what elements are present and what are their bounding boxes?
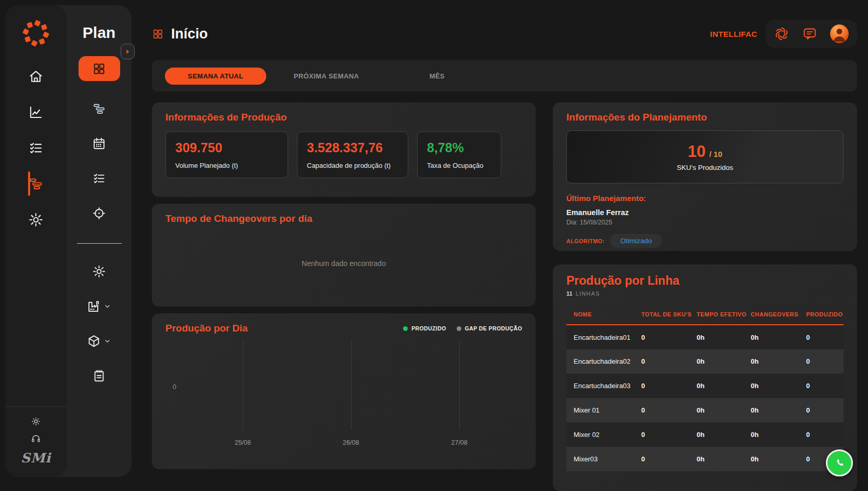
home-icon: [28, 69, 44, 84]
algorithm-badge[interactable]: Otimizado: [610, 234, 663, 248]
chat-feedback-icon[interactable]: [802, 26, 818, 42]
table-row[interactable]: Mixer 0100h0h0: [566, 398, 844, 422]
stat-card: 3.528.337,76Capacidade de produção (t): [297, 131, 408, 178]
left-column: Informações de Produção 309.750Volume Pl…: [152, 102, 536, 491]
cog-icon: [28, 212, 44, 228]
tab-slot: SEMANA ATUAL: [160, 68, 271, 85]
stat-label: Capacidade de produção (t): [307, 162, 398, 169]
openai-assistant-icon[interactable]: [774, 26, 789, 42]
tab-m-s[interactable]: MÊS: [419, 68, 455, 85]
production-line-title: Produção por Linha: [566, 274, 844, 288]
stat-value: 8,78%: [427, 140, 491, 155]
plan-item-factory[interactable]: [87, 299, 111, 313]
column-header[interactable]: CHANGEOVERS: [750, 306, 806, 325]
plan-item-package[interactable]: [87, 334, 111, 348]
rail-item-cog[interactable]: [28, 202, 44, 237]
page-title: Início: [171, 26, 208, 42]
plan-item-notepad[interactable]: [92, 369, 106, 383]
changeovers-title: Tempo de Changeovers por dia: [165, 213, 522, 224]
table-cell: Mixer 02: [566, 422, 641, 447]
plan-item-gantt[interactable]: [92, 102, 106, 116]
table-row[interactable]: Mixer 0200h0h0: [566, 422, 844, 447]
notepad-icon: [92, 369, 106, 383]
y-axis-tick: 0: [173, 383, 176, 391]
topbar: Início INTELLIFAC: [152, 20, 857, 48]
table-cell: 0h: [697, 398, 751, 422]
last-planning-title: Último Planejamento:: [566, 194, 844, 203]
whatsapp-button[interactable]: [826, 449, 853, 476]
table-cell: 0: [641, 398, 697, 422]
rail-item-line-chart[interactable]: [28, 94, 44, 130]
main-content: Início INTELLIFAC SEMANA ATUALPRÓXIMA SE…: [152, 0, 857, 491]
support-headset-icon[interactable]: [31, 433, 41, 444]
chevron-down-icon: [103, 337, 111, 345]
legend-item[interactable]: GAP DE PRODUÇÃO: [457, 325, 522, 331]
column-header[interactable]: TOTAL DE SKU'S: [641, 306, 697, 325]
stat-card: 309.750Volume Planejado (t): [165, 131, 288, 178]
gantt-icon: [28, 176, 44, 192]
column-header[interactable]: PRODUZIDO: [806, 306, 844, 325]
plan-item-target[interactable]: [92, 206, 106, 220]
tab-slot: PRÓXIMA SEMANA: [271, 68, 382, 85]
table-cell: Encartuchadeira03: [566, 374, 641, 398]
legend-item[interactable]: PRODUZIDO: [403, 325, 446, 331]
rail-item-gantt[interactable]: [28, 166, 44, 202]
column-header[interactable]: NOME: [566, 306, 641, 325]
plan-divider: [77, 243, 122, 244]
whatsapp-icon: [832, 456, 847, 470]
legend-label: PRODUZIDO: [411, 325, 446, 331]
sidebar-expand-button[interactable]: [121, 44, 135, 59]
plan-item-checklist[interactable]: [92, 171, 106, 185]
line-count-label: LINHAS: [576, 290, 600, 297]
legend-label: GAP DE PRODUÇÃO: [465, 325, 522, 331]
column-header[interactable]: TEMPO EFETIVO: [697, 306, 751, 325]
production-line-table: NOMETOTAL DE SKU'STEMPO EFETIVOCHANGEOVE…: [566, 306, 844, 471]
table-cell: 0h: [750, 447, 806, 471]
table-cell: 0: [806, 325, 844, 349]
last-planning-date: Dia: 15/08/2025: [566, 219, 844, 226]
table-cell: 0h: [750, 325, 806, 349]
plan-item-cog[interactable]: [92, 264, 106, 278]
table-cell: 0h: [697, 447, 751, 471]
chevron-down-icon: [103, 302, 111, 310]
table-row[interactable]: Encartuchadeira0300h0h0: [566, 374, 844, 398]
table-row[interactable]: Mixer0300h0h0: [566, 447, 844, 471]
rail-item-checklist[interactable]: [28, 130, 44, 166]
table-cell: 0: [641, 374, 697, 398]
tab-semana-atual[interactable]: SEMANA ATUAL: [165, 68, 266, 85]
production-info-title: Informações de Produção: [165, 112, 522, 123]
changeovers-panel: Tempo de Changeovers por dia Nenhum dado…: [152, 204, 536, 307]
stat-label: Volume Planejado (t): [175, 162, 278, 169]
right-column: Informações do Planejamento 10 / 10 SKU'…: [553, 102, 857, 491]
plan-nav: [77, 42, 122, 383]
table-cell: 0h: [750, 422, 806, 447]
dashboard-grid-icon: [152, 28, 164, 40]
chart-gridline: [459, 340, 460, 430]
stat-value: 3.528.337,76: [307, 140, 398, 155]
table-header-row: NOMETOTAL DE SKU'STEMPO EFETIVOCHANGEOVE…: [566, 306, 844, 325]
tab-slot: MÊS: [382, 68, 493, 85]
table-row[interactable]: Encartuchadeira0200h0h0: [566, 349, 844, 374]
cog-icon: [92, 264, 106, 278]
sku-count: 10 / 10: [688, 142, 722, 161]
chevron-right-icon: [124, 48, 132, 56]
action-group: [766, 20, 857, 48]
algorithm-label: ALGORITMO:: [566, 238, 605, 244]
sku-label: SKU's Produzidos: [677, 164, 733, 171]
table-cell: Encartuchadeira01: [566, 325, 641, 349]
production-info-panel: Informações de Produção 309.750Volume Pl…: [152, 102, 536, 197]
production-day-panel: Produção por Dia PRODUZIDOGAP DE PRODUÇÃ…: [152, 313, 536, 469]
plan-item-calendar[interactable]: [92, 137, 106, 151]
page-head: Início: [152, 26, 208, 42]
rail-item-home[interactable]: [28, 58, 44, 94]
theme-toggle-sun-icon[interactable]: [31, 416, 41, 427]
production-day-head: Produção por Dia PRODUZIDOGAP DE PRODUÇÃ…: [165, 323, 522, 334]
table-cell: 0h: [697, 374, 751, 398]
user-avatar[interactable]: [830, 24, 849, 43]
table-row[interactable]: Encartuchadeira0100h0h0: [566, 325, 844, 349]
brand-logo-icon: [21, 19, 50, 48]
legend-dot-icon: [403, 326, 408, 331]
tab-pr-xima-semana[interactable]: PRÓXIMA SEMANA: [283, 68, 370, 85]
plan-item-grid-active[interactable]: [79, 56, 120, 81]
brand-name: INTELLIFAC: [710, 30, 757, 38]
